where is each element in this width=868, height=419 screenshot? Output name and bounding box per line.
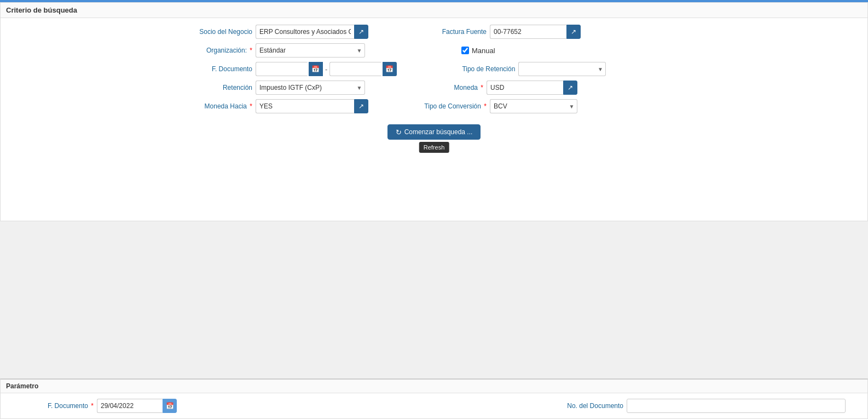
calendar-from-icon: 📅 [311, 65, 320, 73]
f-documento-group: F. Documento 📅 - 📅 [187, 62, 397, 76]
refresh-tooltip: Refresh [419, 142, 449, 153]
organizacion-dropdown-arrow[interactable]: ▼ [354, 43, 365, 58]
moneda-hacia-link-icon: ↗ [358, 102, 364, 110]
form-row-2: Organización: Estándar ▼ [11, 43, 857, 58]
socio-group: Socio del Negocio ERP Consultores y Asoc… [187, 25, 368, 39]
search-section: Criterio de búsqueda Socio del Negocio E… [0, 2, 868, 221]
tipo-retencion-select-wrapper: ▼ [518, 62, 606, 76]
moneda-input-group: USD ↗ [487, 81, 577, 95]
factura-link-icon: ↗ [571, 28, 576, 36]
retencion-group: Retención Impuesto IGTF (CxP) ▼ [187, 81, 365, 95]
moneda-hacia-input[interactable]: YES [256, 99, 354, 113]
moneda-hacia-input-group: YES ↗ [256, 99, 368, 113]
f-documento-from-calendar[interactable]: 📅 [309, 62, 323, 76]
tipo-retencion-chevron-icon: ▼ [598, 66, 603, 72]
moneda-link-button[interactable]: ↗ [563, 81, 577, 95]
socio-input[interactable]: ERP Consultores y Asociados CA [256, 25, 354, 39]
tipo-conversion-group: Tipo de Conversión BCV ▼ [421, 99, 577, 113]
search-button[interactable]: ↻ Comenzar búsqueda ... [387, 124, 481, 140]
tipo-conversion-label: Tipo de Conversión [421, 102, 487, 110]
chevron-down-icon: ▼ [357, 48, 362, 54]
moneda-label: Moneda [418, 84, 483, 91]
tipo-conversion-select[interactable]: BCV [490, 99, 566, 113]
form-row-5: Moneda Hacia YES ↗ Tipo de Conversión [11, 99, 857, 113]
f-documento-label: F. Documento [187, 65, 252, 73]
tipo-retencion-select[interactable] [518, 62, 595, 76]
search-section-body: Socio del Negocio ERP Consultores y Asoc… [1, 18, 867, 146]
organizacion-select-wrapper: Estándar ▼ [256, 43, 365, 58]
organizacion-group: Organización: Estándar ▼ [187, 43, 365, 58]
factura-fuente-input[interactable]: 00-77652 [490, 25, 566, 39]
tipo-retencion-group: Tipo de Retención ▼ [449, 62, 606, 76]
f-documento-to-input[interactable] [329, 62, 381, 76]
retencion-select[interactable]: Impuesto IGTF (CxP) [256, 81, 354, 95]
factura-fuente-group: Factura Fuente 00-77652 ↗ [421, 25, 581, 39]
manual-label: Manual [472, 47, 495, 55]
calendar-to-icon: 📅 [385, 65, 394, 73]
tipo-conversion-dropdown-arrow[interactable]: ▼ [566, 99, 577, 113]
retencion-label: Retención [187, 84, 252, 91]
tipo-conversion-chevron-icon: ▼ [569, 104, 575, 110]
tipo-conversion-select-wrapper: BCV ▼ [490, 99, 577, 113]
form-row-3: F. Documento 📅 - 📅 [11, 62, 857, 76]
moneda-hacia-label: Moneda Hacia [187, 102, 252, 110]
form-row-4: Retención Impuesto IGTF (CxP) ▼ Moned [11, 81, 857, 95]
tipo-retencion-label: Tipo de Retención [449, 65, 515, 73]
form-row-1: Socio del Negocio ERP Consultores y Asoc… [11, 25, 857, 39]
moneda-group: Moneda USD ↗ [418, 81, 577, 95]
organizacion-label: Organización: [187, 47, 252, 54]
retencion-dropdown-arrow[interactable]: ▼ [354, 81, 365, 95]
retencion-chevron-icon: ▼ [357, 85, 362, 91]
f-documento-to-calendar[interactable]: 📅 [383, 62, 397, 76]
date-separator: - [325, 65, 327, 73]
search-button-label: Comenzar búsqueda ... [404, 128, 473, 136]
organizacion-select[interactable]: Estándar [256, 43, 354, 58]
link-icon: ↗ [358, 28, 364, 36]
socio-link-button[interactable]: ↗ [354, 25, 368, 39]
f-documento-from-input[interactable] [256, 62, 308, 76]
refresh-spin-icon: ↻ [396, 128, 402, 136]
retencion-select-wrapper: Impuesto IGTF (CxP) ▼ [256, 81, 365, 95]
tooltip-text: Refresh [424, 144, 445, 151]
f-documento-date-range: 📅 - 📅 [256, 62, 397, 76]
search-section-title: Criterio de búsqueda [6, 6, 77, 14]
factura-fuente-label: Factura Fuente [421, 28, 487, 36]
socio-input-group: ERP Consultores y Asociados CA ↗ [256, 25, 368, 39]
factura-fuente-input-group: 00-77652 ↗ [490, 25, 581, 39]
factura-fuente-link-button[interactable]: ↗ [566, 25, 581, 39]
tipo-retencion-dropdown-arrow[interactable]: ▼ [595, 62, 606, 76]
search-form-grid: Socio del Negocio ERP Consultores y Asoc… [11, 25, 857, 140]
socio-label: Socio del Negocio [187, 28, 252, 36]
moneda-hacia-group: Moneda Hacia YES ↗ [187, 99, 368, 113]
manual-group: Manual [461, 47, 495, 55]
moneda-link-icon: ↗ [568, 84, 573, 91]
search-button-wrapper: ↻ Comenzar búsqueda ... Refresh [387, 124, 481, 140]
manual-checkbox-group: Manual [461, 47, 495, 55]
manual-checkbox[interactable] [461, 47, 469, 54]
moneda-input[interactable]: USD [487, 81, 563, 95]
button-container: ↻ Comenzar búsqueda ... Refresh [11, 124, 857, 140]
moneda-hacia-link-button[interactable]: ↗ [354, 99, 368, 113]
search-section-header: Criterio de búsqueda [1, 3, 867, 18]
